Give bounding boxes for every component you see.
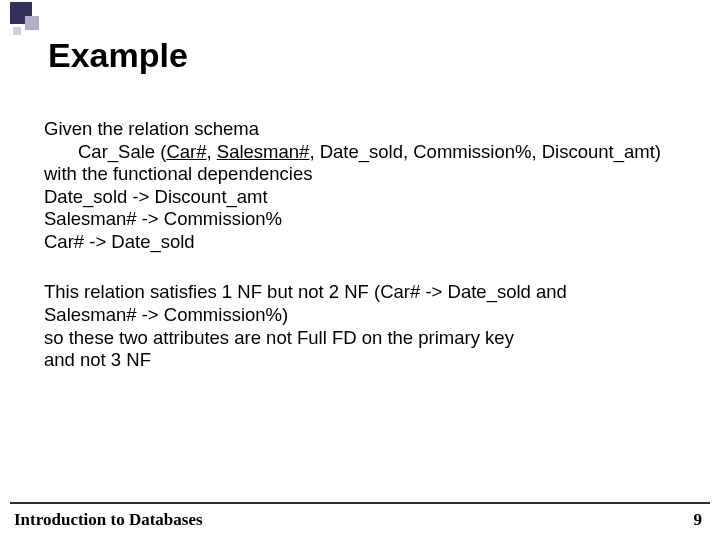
with-line: with the functional dependencies [44,163,690,186]
schema-rest: , Date_sold, Commission%, Discount_amt) [309,141,661,162]
slide-title: Example [48,36,188,75]
fd-2: Salesman# -> Commission% [44,208,690,231]
fd-3: Car# -> Date_sold [44,231,690,254]
explanation-line-3: so these two attributes are not Full FD … [44,327,690,350]
footer-title: Introduction to Databases [14,510,203,530]
explanation-block: This relation satisfies 1 NF but not 2 N… [44,281,690,371]
footer-divider [10,502,710,504]
deco-square-medium [25,16,39,30]
slide: Example Given the relation schema Car_Sa… [0,0,720,540]
schema-key-car: Car# [166,141,206,162]
schema-key-salesman: Salesman# [217,141,310,162]
schema-line: Car_Sale (Car#, Salesman#, Date_sold, Co… [44,141,690,164]
slide-body: Given the relation schema Car_Sale (Car#… [44,118,690,372]
deco-square-small [13,27,21,35]
corner-decoration [10,2,46,38]
given-line: Given the relation schema [44,118,690,141]
fd-1: Date_sold -> Discount_amt [44,186,690,209]
schema-prefix: Car_Sale ( [78,141,166,162]
explanation-line-1: This relation satisfies 1 NF but not 2 N… [44,281,690,304]
explanation-line-2: Salesman# -> Commission%) [44,304,690,327]
schema-sep: , [207,141,217,162]
page-number: 9 [694,510,703,530]
explanation-line-4: and not 3 NF [44,349,690,372]
